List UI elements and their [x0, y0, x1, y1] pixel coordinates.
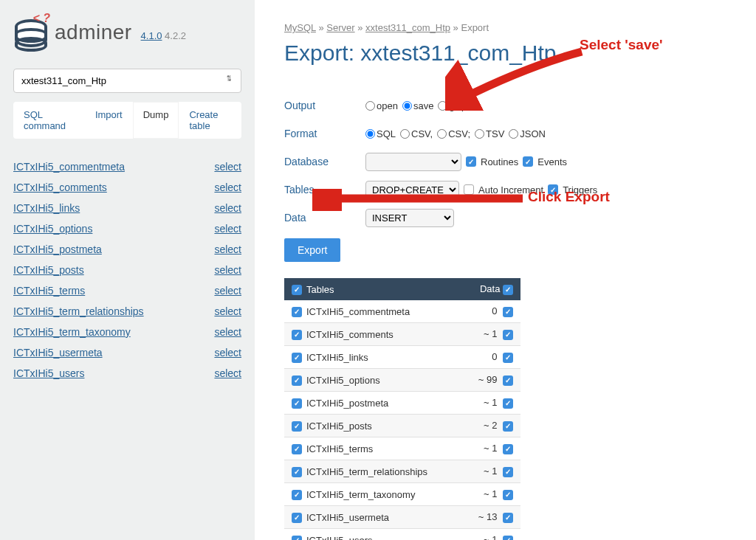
table-select-link[interactable]: select: [214, 202, 241, 214]
table-link[interactable]: ICTxIHi5_postmeta: [13, 243, 102, 255]
main-content: MySQL » Server » xxtest311_com_Htp » Exp…: [255, 0, 756, 540]
breadcrumb-db[interactable]: xxtest311_com_Htp: [365, 22, 450, 33]
nav-tab-create-table[interactable]: Create table: [179, 102, 241, 139]
output-option[interactable]: gzip: [438, 100, 467, 111]
table-select-link[interactable]: select: [214, 243, 241, 255]
select-all-data-checkbox[interactable]: [503, 285, 513, 295]
row-table-checkbox[interactable]: [292, 307, 302, 317]
format-option[interactable]: TSV: [475, 128, 504, 139]
format-option[interactable]: SQL: [365, 128, 396, 139]
events-label: Events: [537, 156, 567, 167]
table-select-link[interactable]: select: [214, 264, 241, 276]
row-data-checkbox[interactable]: [503, 307, 513, 317]
row-data-count: ~ 13: [478, 511, 498, 522]
row-data-checkbox[interactable]: [503, 513, 513, 523]
row-data-checkbox[interactable]: [503, 467, 513, 477]
table-select-link[interactable]: select: [214, 161, 241, 173]
row-data-checkbox[interactable]: [503, 490, 513, 500]
row-table-checkbox[interactable]: [292, 421, 302, 432]
grid-row: ICTxIHi5_posts~ 2: [284, 415, 520, 437]
triggers-checkbox[interactable]: [548, 184, 558, 195]
output-option[interactable]: save: [402, 100, 433, 111]
table-link[interactable]: ICTxIHi5_users: [13, 367, 84, 379]
row-table-checkbox[interactable]: [292, 490, 302, 500]
grid-row: ICTxIHi5_users~ 1: [284, 529, 520, 541]
row-data-checkbox[interactable]: [503, 375, 513, 386]
format-option[interactable]: CSV,: [400, 128, 433, 139]
table-link[interactable]: ICTxIHi5_usermeta: [13, 347, 103, 359]
table-select-link[interactable]: select: [214, 285, 241, 297]
row-table-name: ICTxIHi5_terms: [306, 443, 373, 454]
row-data-count: ~ 1: [484, 443, 497, 454]
breadcrumb-mysql[interactable]: MySQL: [284, 22, 316, 33]
table-select-link[interactable]: select: [214, 305, 241, 317]
table-link[interactable]: ICTxIHi5_commentmeta: [13, 161, 125, 173]
table-select-link[interactable]: select: [214, 223, 241, 235]
row-data-count: ~ 1: [484, 488, 497, 499]
label-tables: Tables: [284, 184, 365, 195]
page-title: Export: xxtest311_com_Htp: [284, 41, 734, 66]
breadcrumb-server[interactable]: Server: [326, 22, 354, 33]
table-link[interactable]: ICTxIHi5_term_taxonomy: [13, 326, 131, 338]
row-table-checkbox[interactable]: [292, 536, 302, 541]
row-data-checkbox[interactable]: [503, 353, 513, 363]
table-row: ICTxIHi5_commentmetaselect: [13, 161, 241, 173]
select-all-tables-checkbox[interactable]: [292, 285, 302, 295]
row-table-checkbox[interactable]: [292, 444, 302, 454]
database-select[interactable]: xxtest311_com_Htp: [13, 69, 241, 93]
format-option[interactable]: JSON: [509, 128, 546, 139]
row-data-checkbox[interactable]: [503, 536, 513, 540]
row-data-checkbox[interactable]: [503, 330, 513, 340]
col-data: Data: [480, 283, 500, 294]
table-select-link[interactable]: select: [214, 181, 241, 193]
sidebar: < ? adminer 4.1.0 4.2.2 xxtest311_com_Ht…: [0, 0, 255, 540]
table-select-link[interactable]: select: [214, 367, 241, 379]
breadcrumb: MySQL » Server » xxtest311_com_Htp » Exp…: [284, 22, 734, 33]
database-schema-select[interactable]: [365, 153, 461, 171]
row-table-checkbox[interactable]: [292, 513, 302, 523]
output-option[interactable]: open: [365, 100, 398, 111]
nav-tab-sql-command[interactable]: SQL command: [13, 102, 85, 139]
data-mode-select[interactable]: INSERT: [365, 209, 454, 227]
export-button[interactable]: Export: [284, 238, 340, 262]
row-data-checkbox[interactable]: [503, 444, 513, 454]
nav-tab-dump[interactable]: Dump: [133, 102, 179, 139]
table-select-link[interactable]: select: [214, 347, 241, 359]
table-link[interactable]: ICTxIHi5_terms: [13, 285, 85, 297]
table-row: ICTxIHi5_term_relationshipsselect: [13, 305, 241, 317]
label-database: Database: [284, 156, 365, 167]
row-data-checkbox[interactable]: [503, 421, 513, 432]
row-data-count: 0: [492, 351, 497, 362]
label-format: Format: [284, 128, 365, 139]
routines-checkbox[interactable]: [466, 156, 476, 167]
row-table-checkbox[interactable]: [292, 467, 302, 477]
table-link[interactable]: ICTxIHi5_term_relationships: [13, 305, 144, 317]
row-table-checkbox[interactable]: [292, 330, 302, 340]
table-link[interactable]: ICTxIHi5_options: [13, 223, 92, 235]
events-checkbox[interactable]: [523, 156, 533, 167]
version-link[interactable]: 4.1.0: [141, 30, 162, 41]
row-data-count: ~ 1: [484, 397, 497, 408]
tables-mode-select[interactable]: DROP+CREATE: [365, 181, 459, 199]
row-data-count: ~ 1: [484, 465, 497, 477]
row-data-checkbox[interactable]: [503, 398, 513, 409]
row-table-name: ICTxIHi5_posts: [306, 420, 372, 432]
table-link[interactable]: ICTxIHi5_posts: [13, 264, 84, 276]
row-table-checkbox[interactable]: [292, 398, 302, 409]
table-select-link[interactable]: select: [214, 326, 241, 338]
row-table-checkbox[interactable]: [292, 375, 302, 386]
table-link[interactable]: ICTxIHi5_comments: [13, 181, 107, 193]
table-row: ICTxIHi5_postmetaselect: [13, 243, 241, 255]
grid-row: ICTxIHi5_term_taxonomy~ 1: [284, 483, 520, 506]
grid-row: ICTxIHi5_usermeta~ 13: [284, 506, 520, 529]
logo-block: < ? adminer 4.1.0 4.2.2: [13, 15, 241, 50]
autoincrement-checkbox[interactable]: [464, 184, 474, 195]
row-table-name: ICTxIHi5_postmeta: [306, 398, 388, 409]
row-data-count: ~ 1: [484, 534, 497, 540]
table-link[interactable]: ICTxIHi5_links: [13, 202, 80, 214]
tables-grid: Tables Data ICTxIHi5_commentmeta0 ICTxIH…: [284, 278, 520, 540]
label-data: Data: [284, 212, 365, 224]
format-option[interactable]: CSV;: [437, 128, 470, 139]
row-table-checkbox[interactable]: [292, 353, 302, 363]
nav-tab-import[interactable]: Import: [85, 102, 133, 139]
